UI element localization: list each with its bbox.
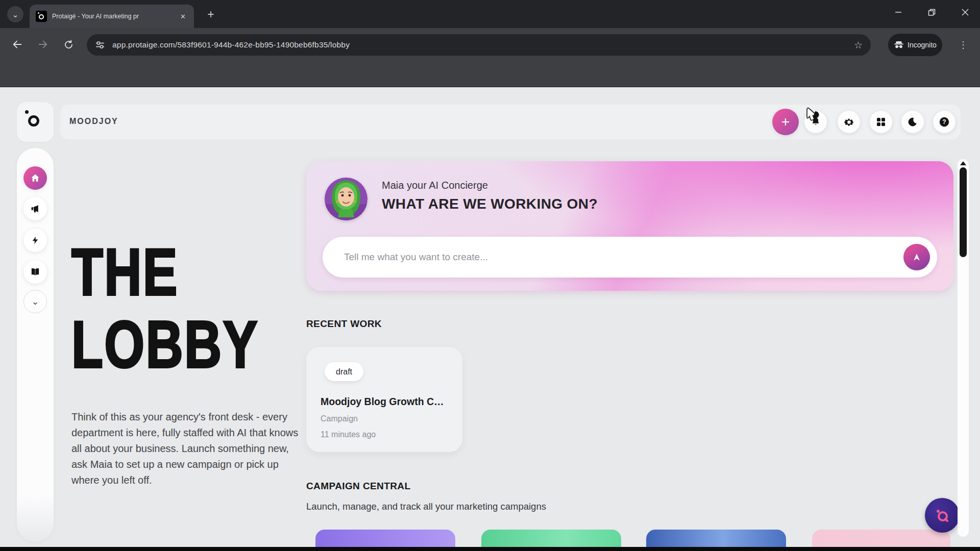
gear-icon xyxy=(844,117,854,128)
incognito-label: Incognito xyxy=(908,41,937,49)
protaige-q-icon xyxy=(934,507,951,524)
status-badge: draft xyxy=(325,362,363,381)
scroll-up-arrow[interactable] xyxy=(960,161,966,165)
page-title: THE LOBBY xyxy=(71,236,259,381)
campaign-central-subtitle: Launch, manage, and track all your marke… xyxy=(306,501,546,512)
concierge-banner: Maia your AI Concierge WHAT ARE WE WORKI… xyxy=(306,161,953,291)
theme-toggle-button[interactable] xyxy=(901,111,924,133)
tab-title: Protaigé - Your AI marketing pr xyxy=(52,13,170,20)
window-minimize-button[interactable] xyxy=(884,0,913,24)
work-card-timestamp: 11 minutes ago xyxy=(321,430,376,439)
site-favicon-icon xyxy=(36,11,47,22)
site-info-icon[interactable] xyxy=(95,40,105,50)
workspace-name: MOODJOY xyxy=(69,117,118,126)
home-icon xyxy=(30,173,40,183)
window-close-button[interactable] xyxy=(950,0,980,24)
taskbar-edge xyxy=(0,547,980,551)
new-tab-button[interactable]: + xyxy=(203,7,218,22)
svg-text:?: ? xyxy=(942,118,946,126)
help-icon: ? xyxy=(939,116,950,128)
sidebar-expand-button[interactable]: ⌄ xyxy=(23,290,47,313)
app-page: MOODJOY + xyxy=(0,88,980,547)
help-button[interactable]: ? xyxy=(933,111,955,133)
maia-avatar xyxy=(325,178,368,220)
work-card-title: Moodjoy Blog Growth C… xyxy=(321,396,444,408)
prompt-field-wrap xyxy=(323,237,937,278)
work-card-type: Campaign xyxy=(321,414,358,423)
forward-button[interactable] xyxy=(34,36,52,53)
reload-icon xyxy=(63,39,74,50)
browser-menu-button[interactable]: ⋮ xyxy=(955,36,971,54)
send-arrow-icon xyxy=(912,252,922,262)
avatar-image xyxy=(325,178,368,220)
incognito-badge: Incognito xyxy=(888,34,942,56)
book-icon xyxy=(30,267,40,277)
apps-button[interactable] xyxy=(870,111,892,133)
back-button[interactable] xyxy=(9,36,26,53)
prompt-input[interactable] xyxy=(344,237,880,278)
tab-search-button[interactable]: ⌄ xyxy=(7,6,23,22)
plus-icon: + xyxy=(781,114,790,130)
url-bar[interactable]: app.protaige.com/583f9601-944b-462e-bb95… xyxy=(87,34,871,56)
tab-close-icon[interactable]: ✕ xyxy=(178,12,188,21)
restore-icon xyxy=(928,9,936,16)
sidebar-item-library[interactable] xyxy=(23,260,47,284)
megaphone-icon xyxy=(30,204,40,214)
concierge-headline: WHAT ARE WE WORKING ON? xyxy=(382,196,598,212)
minimize-icon xyxy=(895,9,902,16)
sidebar-item-home[interactable] xyxy=(23,166,47,190)
close-icon xyxy=(962,9,969,16)
app-logo-tile[interactable] xyxy=(17,102,54,142)
browser-toolbar: app.protaige.com/583f9601-944b-462e-bb95… xyxy=(0,28,980,87)
grid-icon xyxy=(876,117,886,127)
browser-tabstrip: ⌄ Protaigé - Your AI marketing pr ✕ + xyxy=(0,0,980,28)
lobby-description: Think of this as your agency's front des… xyxy=(71,409,302,488)
moon-icon xyxy=(908,117,918,127)
url-text: app.protaige.com/583f9601-944b-462e-bb95… xyxy=(112,40,854,49)
page-scrollbar[interactable] xyxy=(958,159,969,537)
browser-window: ⌄ Protaigé - Your AI marketing pr ✕ + xyxy=(0,0,980,551)
forward-arrow-icon xyxy=(37,39,48,50)
campaign-central-heading: CAMPAIGN CENTRAL xyxy=(306,481,410,492)
bookmark-star-icon[interactable]: ☆ xyxy=(854,39,863,51)
sidebar: ⌄ xyxy=(17,148,54,542)
recent-work-card[interactable]: draft Moodjoy Blog Growth C… Campaign 11… xyxy=(306,347,462,452)
bolt-icon xyxy=(31,235,40,245)
reload-button[interactable] xyxy=(60,36,77,53)
chevron-down-icon: ⌄ xyxy=(31,296,39,307)
sidebar-item-campaigns[interactable] xyxy=(23,197,47,220)
incognito-icon xyxy=(894,41,904,49)
concierge-name: Maia your AI Concierge xyxy=(382,180,488,191)
protaige-logo-icon xyxy=(28,115,39,127)
settings-button[interactable] xyxy=(838,111,860,133)
back-arrow-icon xyxy=(12,39,23,50)
scrollbar-thumb[interactable] xyxy=(960,167,967,257)
recent-work-heading: RECENT WORK xyxy=(306,318,382,330)
sidebar-item-quick-actions[interactable] xyxy=(23,229,47,252)
browser-tab[interactable]: Protaigé - Your AI marketing pr ✕ xyxy=(30,5,194,28)
mouse-cursor xyxy=(804,107,822,128)
window-restore-button[interactable] xyxy=(917,0,946,24)
chevron-down-icon: ⌄ xyxy=(12,10,18,19)
send-button[interactable] xyxy=(903,244,930,270)
app-header-bar: MOODJOY + xyxy=(60,105,961,139)
create-new-button[interactable]: + xyxy=(772,109,799,135)
assistant-fab-button[interactable] xyxy=(925,498,960,533)
